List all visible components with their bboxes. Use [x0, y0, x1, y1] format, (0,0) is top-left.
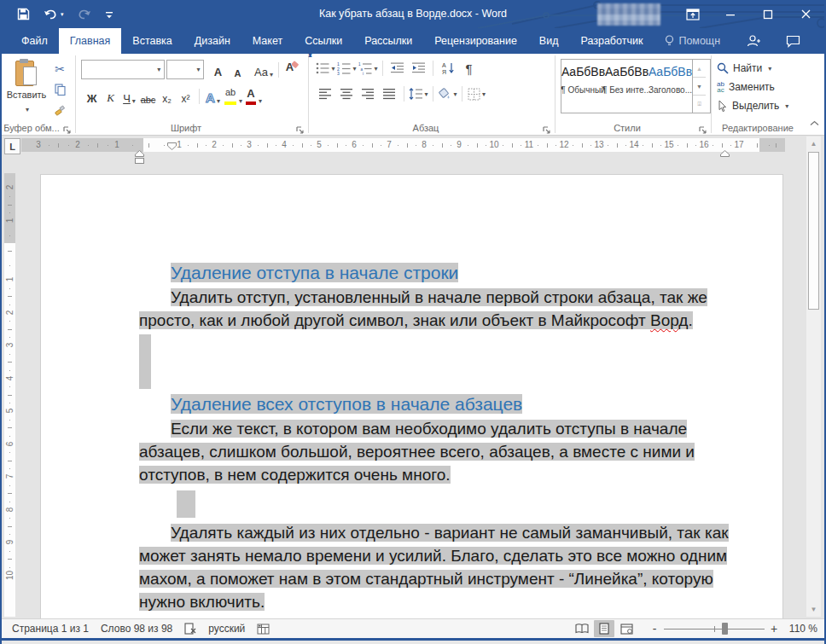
web-layout-view-icon[interactable]: [616, 620, 637, 637]
page-number-status[interactable]: Страница 1 из 1: [12, 623, 89, 635]
vruler-number: 1: [5, 275, 15, 284]
clipboard-group-label: Буфер обм...: [2, 123, 61, 133]
format-painter-icon[interactable]: [49, 101, 70, 119]
clear-formatting-button[interactable]: А: [283, 61, 301, 78]
zoom-out-button[interactable]: -: [649, 622, 660, 635]
tab-home[interactable]: Главная: [59, 28, 122, 54]
undo-button[interactable]: ▾: [44, 8, 64, 20]
right-indent-marker[interactable]: [720, 145, 730, 160]
multilevel-list-button[interactable]: 1ai: [358, 59, 378, 78]
styles-scroll-down-icon[interactable]: ▼: [693, 78, 706, 96]
show-formatting-marks-button[interactable]: ¶: [459, 59, 479, 78]
grow-font-button[interactable]: А▲: [209, 61, 227, 78]
style-heading1[interactable]: АаБбВв Заголово...: [649, 60, 692, 113]
shrink-font-button[interactable]: А▼: [229, 61, 247, 78]
maximize-button[interactable]: [749, 0, 787, 28]
language-status[interactable]: русский: [208, 623, 245, 635]
font-color-button[interactable]: А: [244, 87, 263, 105]
macro-recording-icon[interactable]: [257, 624, 270, 635]
numbering-button[interactable]: 123: [337, 59, 357, 78]
first-line-indent-marker[interactable]: [167, 138, 177, 154]
styles-scroll-up-icon[interactable]: ▲: [693, 60, 706, 78]
styles-more-icon[interactable]: ⍗: [693, 96, 706, 113]
read-mode-view-icon[interactable]: [572, 620, 592, 637]
share-person-icon[interactable]: [747, 34, 760, 48]
minimize-button[interactable]: [712, 0, 749, 28]
save-icon[interactable]: [17, 8, 30, 20]
tab-insert[interactable]: Вставка: [121, 28, 183, 54]
cut-icon[interactable]: ✂: [49, 60, 70, 78]
subscript-button[interactable]: х₂: [158, 87, 176, 105]
font-name-input[interactable]: [82, 61, 154, 78]
align-center-button[interactable]: [337, 84, 357, 103]
increase-indent-button[interactable]: [409, 59, 428, 78]
bold-button[interactable]: Ж: [83, 87, 101, 105]
font-size-input[interactable]: [167, 61, 194, 78]
tab-view[interactable]: Вид: [528, 28, 570, 54]
find-button[interactable]: Найти: [717, 61, 804, 76]
word-count-status[interactable]: Слово 98 из 98: [101, 623, 172, 635]
svg-text:3: 3: [337, 71, 340, 75]
zoom-level[interactable]: 110 %: [780, 623, 817, 635]
line-spacing-button[interactable]: [409, 84, 428, 103]
replace-button[interactable]: ab ac Заменить: [717, 79, 804, 95]
clipboard-dialog-launcher[interactable]: [63, 123, 72, 131]
tab-file[interactable]: Файл: [10, 28, 59, 54]
vertical-ruler[interactable]: 2112345678910: [4, 171, 15, 617]
decrease-indent-button[interactable]: [387, 59, 407, 78]
scroll-up-icon[interactable]: ▲: [806, 136, 821, 151]
font-dialog-launcher[interactable]: [296, 123, 305, 131]
borders-button[interactable]: [467, 84, 486, 103]
zoom-in-button[interactable]: +: [768, 622, 780, 635]
collapse-ribbon-icon[interactable]: [810, 114, 819, 130]
align-left-button[interactable]: [316, 84, 335, 103]
tab-layout[interactable]: Макет: [241, 28, 294, 54]
strikethrough-button[interactable]: abc: [139, 87, 157, 105]
ruler-number: 1: [114, 140, 119, 149]
font-size-combo[interactable]: ▾: [166, 60, 204, 79]
tab-tell-me[interactable]: Помощн: [654, 28, 731, 54]
proofing-status-icon[interactable]: [184, 623, 196, 635]
scrollbar-thumb[interactable]: [808, 152, 819, 310]
underline-button[interactable]: Ч: [120, 87, 138, 105]
tab-developer[interactable]: Разработчик: [569, 28, 654, 54]
tab-references[interactable]: Ссылки: [294, 28, 353, 54]
paragraph-dialog-launcher[interactable]: [543, 123, 551, 131]
document-content[interactable]: Удаление отступа в начале строки Удалить…: [41, 175, 730, 613]
tab-design[interactable]: Дизайн: [183, 28, 241, 54]
align-right-button[interactable]: [358, 84, 378, 103]
shading-button[interactable]: [438, 84, 457, 103]
print-layout-view-icon[interactable]: [594, 620, 614, 637]
italic-button[interactable]: К: [102, 87, 119, 105]
vertical-scrollbar[interactable]: ▲ ▼: [806, 136, 821, 617]
bullets-button[interactable]: [316, 59, 335, 78]
comments-icon[interactable]: [786, 35, 800, 48]
style-no-spacing[interactable]: АаБбВв ¶ Без инте...: [605, 60, 649, 113]
superscript-button[interactable]: х²: [177, 87, 195, 105]
copy-icon[interactable]: [49, 80, 70, 98]
ribbon-display-options-icon[interactable]: [674, 0, 712, 28]
left-indent-marker[interactable]: [135, 152, 144, 167]
select-button[interactable]: Выделить: [717, 98, 804, 113]
tab-review[interactable]: Рецензирование: [423, 28, 528, 54]
style-normal[interactable]: АаБбВв ¶ Обычный: [561, 60, 605, 113]
scroll-down-icon[interactable]: ▼: [806, 602, 821, 617]
tabrow-right-icons: [747, 28, 826, 54]
justify-button[interactable]: [380, 84, 399, 103]
text-effects-button[interactable]: А: [204, 87, 222, 105]
tab-stop-selector[interactable]: L: [4, 138, 20, 154]
close-button[interactable]: [787, 0, 824, 28]
customize-qat-icon[interactable]: [105, 10, 113, 19]
font-name-combo[interactable]: ▾: [81, 60, 165, 79]
highlight-color-button[interactable]: ab: [223, 87, 243, 105]
styles-dialog-launcher[interactable]: [699, 123, 707, 131]
zoom-slider[interactable]: [664, 620, 765, 637]
tab-mailings[interactable]: Рассылки: [353, 28, 423, 54]
document-page[interactable]: Удаление отступа в начале строки Удалить…: [40, 174, 783, 620]
sort-button[interactable]: АЯ: [438, 59, 457, 78]
ruler-tick: [512, 143, 513, 148]
zoom-slider-thumb[interactable]: [722, 623, 728, 635]
change-case-button[interactable]: Aa: [253, 61, 274, 78]
vruler-dot: [9, 321, 10, 322]
title-bar: ▾ Как убрать абзац в Ворде.docx - Word: [0, 0, 826, 28]
